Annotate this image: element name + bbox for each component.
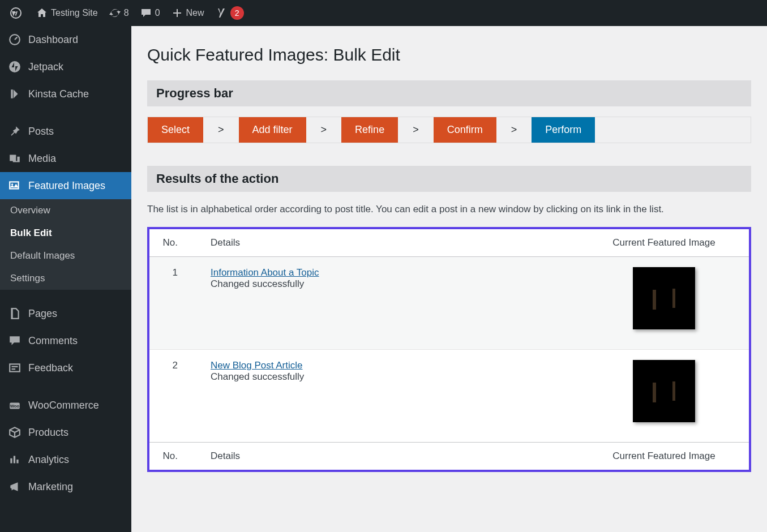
row-status: Changed successfully (211, 371, 304, 382)
comments-link[interactable]: 0 (135, 0, 166, 26)
bullhorn-icon (8, 480, 22, 494)
site-link[interactable]: Testing Site (31, 0, 104, 26)
yoast-link[interactable]: 2 (210, 0, 250, 26)
step-refine[interactable]: Refine (341, 117, 398, 143)
images-icon (8, 179, 22, 192)
new-content-link[interactable]: New (166, 0, 210, 26)
col-details: Details (200, 229, 579, 257)
sidebar-item-label: Dashboard (28, 34, 78, 46)
new-label: New (186, 8, 204, 18)
post-link[interactable]: New Blog Post Article (211, 360, 303, 371)
updates-count: 8 (124, 8, 129, 18)
woo-icon: Woo (8, 398, 22, 412)
sidebar-item-featured[interactable]: Featured Images (0, 172, 131, 199)
step-select[interactable]: Select (148, 117, 203, 143)
comment-icon (140, 7, 152, 19)
col-no-foot: No. (149, 442, 200, 470)
results-table: No. Details Current Featured Image 1Info… (149, 229, 749, 470)
sidebar-item-label: Comments (28, 335, 78, 347)
sidebar-item-label: Feedback (28, 362, 73, 374)
page-title: Quick Featured Images: Bulk Edit (147, 45, 751, 65)
sidebar-item-pages[interactable]: Pages (0, 300, 131, 327)
results-heading: Results of the action (147, 166, 751, 192)
sidebar-item-woo[interactable]: WooWooCommerce (0, 392, 131, 419)
step-add-filter[interactable]: Add filter (239, 117, 306, 143)
sidebar-item-comments[interactable]: Comments (0, 327, 131, 354)
chart-icon (8, 453, 22, 466)
pin-icon (8, 125, 22, 138)
svg-rect-14 (10, 182, 18, 188)
svg-text:Woo: Woo (10, 404, 20, 409)
sidebar-subitem-bulkedit[interactable]: Bulk Edit (0, 222, 131, 244)
sidebar-subitem-settings[interactable]: Settings (0, 267, 131, 290)
cell-details: Information About a TopicChanged success… (200, 256, 579, 349)
media-icon (8, 152, 22, 165)
sidebar-item-label: Media (28, 153, 56, 165)
dashboard-icon (8, 33, 22, 46)
box-icon (8, 426, 22, 439)
sidebar-subitem-defaults[interactable]: Default Images (0, 244, 131, 267)
cell-image (579, 256, 749, 349)
progress-bar-heading: Progress bar (147, 80, 751, 106)
svg-rect-16 (10, 364, 20, 371)
sidebar-item-posts[interactable]: Posts (0, 118, 131, 145)
cell-no: 1 (149, 256, 200, 349)
col-image-foot: Current Featured Image (579, 442, 749, 470)
comment-icon (8, 334, 22, 347)
table-row: 1Information About a TopicChanged succes… (149, 256, 749, 349)
wordpress-icon (10, 7, 22, 19)
step-perform[interactable]: Perform (532, 117, 595, 143)
cell-image (579, 349, 749, 442)
home-icon (36, 7, 48, 19)
cell-no: 2 (149, 349, 200, 442)
col-no: No. (149, 229, 200, 257)
feedback-icon (8, 361, 22, 375)
sidebar-item-label: Jetpack (28, 61, 63, 73)
kinsta-icon (8, 87, 22, 101)
sidebar-item-products[interactable]: Products (0, 419, 131, 446)
sidebar-item-analytics[interactable]: Analytics (0, 446, 131, 473)
sidebar-item-media[interactable]: Media (0, 145, 131, 172)
svg-point-13 (15, 155, 16, 157)
sidebar-item-label: Products (28, 427, 68, 439)
step-separator: > (203, 124, 239, 136)
col-image: Current Featured Image (579, 229, 749, 257)
wp-logo[interactable] (5, 0, 31, 26)
sidebar-item-label: Marketing (28, 481, 73, 493)
post-link[interactable]: Information About a Topic (211, 267, 319, 278)
col-details-foot: Details (200, 442, 579, 470)
sidebar-subitem-overview[interactable]: Overview (0, 199, 131, 222)
step-separator: > (398, 124, 434, 136)
admin-sidebar: DashboardJetpackKinsta CachePostsMediaFe… (0, 26, 131, 532)
row-status: Changed successfully (211, 278, 304, 289)
sidebar-item-label: Featured Images (28, 180, 105, 192)
featured-image-thumbnail (633, 360, 695, 422)
sidebar-item-label: Posts (28, 126, 54, 138)
sidebar-item-dashboard[interactable]: Dashboard (0, 26, 131, 53)
sidebar-item-kinsta[interactable]: Kinsta Cache (0, 80, 131, 108)
main-content: Quick Featured Images: Bulk Edit Progres… (131, 26, 767, 532)
sidebar-item-marketing[interactable]: Marketing (0, 473, 131, 500)
step-confirm[interactable]: Confirm (434, 117, 496, 143)
jetpack-icon (8, 60, 22, 74)
featured-image-thumbnail (633, 267, 695, 329)
sidebar-item-feedback[interactable]: Feedback (0, 354, 131, 381)
table-row: 2New Blog Post ArticleChanged successful… (149, 349, 749, 442)
cell-details: New Blog Post ArticleChanged successfull… (200, 349, 579, 442)
admin-toolbar: Testing Site 8 0 New 2 (0, 0, 767, 26)
pages-icon (8, 307, 22, 320)
update-icon (109, 7, 121, 19)
site-name: Testing Site (51, 8, 98, 18)
results-description: The list is in alphabetical order accord… (147, 202, 751, 217)
sidebar-item-label: Kinsta Cache (28, 88, 89, 100)
sidebar-item-label: Analytics (28, 454, 69, 466)
progress-steps: Select>Add filter>Refine>Confirm>Perform (147, 117, 751, 143)
yoast-icon (216, 7, 227, 19)
plus-icon (172, 7, 183, 19)
yoast-badge: 2 (230, 6, 244, 20)
sidebar-item-label: Pages (28, 308, 57, 320)
sidebar-submenu: OverviewBulk EditDefault ImagesSettings (0, 199, 131, 290)
sidebar-item-label: WooCommerce (28, 400, 99, 411)
sidebar-item-jetpack[interactable]: Jetpack (0, 53, 131, 80)
updates-link[interactable]: 8 (104, 0, 135, 26)
